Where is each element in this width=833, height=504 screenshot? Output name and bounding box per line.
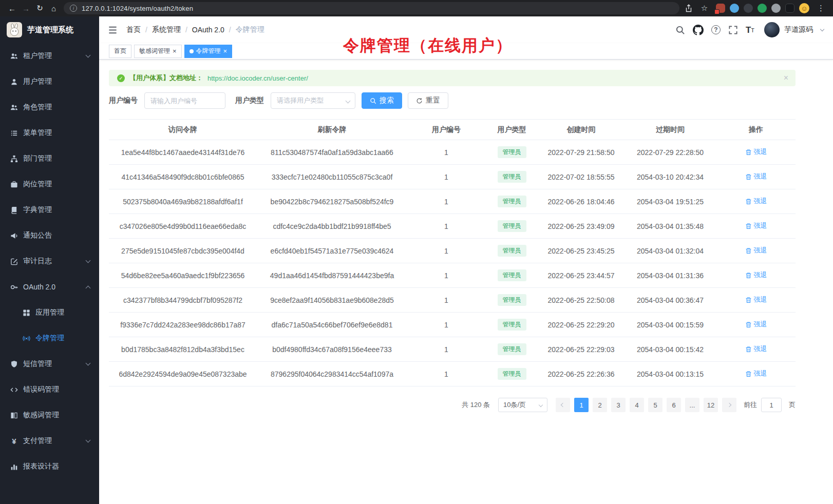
page-button-6[interactable]: 6	[667, 398, 681, 412]
page-button-5[interactable]: 5	[648, 398, 662, 412]
column-header: 访问令牌	[109, 120, 257, 140]
breadcrumb-system[interactable]: 系统管理	[152, 25, 181, 34]
expire-time-cell: 2022-07-29 22:28:50	[624, 140, 716, 165]
extension-icon-1[interactable]	[716, 4, 725, 13]
total-count: 共 120 条	[462, 400, 490, 410]
user-type-label: 用户类型	[235, 96, 264, 105]
force-logout-button[interactable]: 强退	[745, 270, 767, 280]
table-row: 502375b8040a469a9b82188afdf6af1f be90422…	[109, 189, 796, 214]
reset-button[interactable]: 重置	[408, 92, 448, 109]
page-content: ✓ 【用户体系】文档地址： https://doc.iocoder.cn/use…	[99, 60, 833, 504]
sidebar-item-menu[interactable]: 菜单管理	[0, 120, 99, 146]
extension-icon-5[interactable]	[771, 4, 781, 13]
prev-page-button[interactable]	[556, 398, 570, 412]
sidebar-item-label: 审计日志	[23, 257, 52, 266]
action-cell: 强退	[716, 337, 796, 362]
extension-icon-3[interactable]	[744, 4, 753, 13]
pagination: 共 120 条 10条/页 1 2 3 4 5 6 ... 12 前往 页	[109, 398, 796, 412]
force-logout-button[interactable]: 强退	[745, 147, 767, 157]
breadcrumb-oauth[interactable]: OAuth 2.0	[192, 26, 224, 34]
sidebar-item-payment[interactable]: ¥ 支付管理	[0, 428, 99, 454]
sidebar-item-post[interactable]: 岗位管理	[0, 171, 99, 197]
browser-menu-icon[interactable]: ⋮	[814, 2, 828, 15]
share-icon[interactable]	[685, 4, 693, 12]
rabbit-logo-icon	[7, 22, 22, 37]
sidebar-item-oauth[interactable]: OAuth 2.0	[0, 274, 99, 300]
github-icon[interactable]	[693, 25, 704, 35]
fullscreen-icon[interactable]	[728, 25, 738, 35]
force-logout-button[interactable]: 强退	[745, 344, 767, 354]
browser-back-icon[interactable]: ←	[5, 2, 19, 15]
sidebar-item-audit-log[interactable]: 审计日志	[0, 248, 99, 274]
column-header: 用户类型	[485, 120, 538, 140]
page-button-12[interactable]: 12	[704, 398, 718, 412]
browser-home-icon[interactable]: ⌂	[47, 2, 61, 15]
sidebar-item-department[interactable]: 部门管理	[0, 146, 99, 171]
delete-icon	[745, 272, 752, 279]
sidebar-item-sms[interactable]: 短信管理	[0, 351, 99, 377]
help-icon[interactable]: ?	[711, 25, 721, 34]
browser-reload-icon[interactable]: ↻	[33, 2, 47, 15]
user-id-input[interactable]	[144, 92, 225, 109]
alert-close-icon[interactable]: ×	[784, 73, 788, 83]
tab-home[interactable]: 首页	[109, 45, 131, 58]
force-logout-button[interactable]: 强退	[745, 369, 767, 378]
address-bar[interactable]: i 127.0.0.1:1024/system/oauth2/token	[64, 2, 679, 14]
page-size-select[interactable]: 10条/页	[498, 398, 547, 412]
sidebar-toggle-icon[interactable]	[108, 25, 118, 35]
search-button[interactable]: 搜索	[362, 92, 402, 109]
sidebar-item-sensitive-words[interactable]: 敏感词管理	[0, 402, 99, 428]
force-logout-button[interactable]: 强退	[745, 320, 767, 329]
sidebar-item-role[interactable]: 角色管理	[0, 94, 99, 120]
page-button-2[interactable]: 2	[593, 398, 607, 412]
browser-forward-icon[interactable]: →	[19, 2, 33, 15]
sidebar-item-user[interactable]: 用户管理	[0, 69, 99, 94]
font-size-icon[interactable]: TT	[746, 26, 754, 34]
sidebar-item-announcement[interactable]: 通知公告	[0, 223, 99, 248]
sidebar-item-tenant[interactable]: 租户管理	[0, 43, 99, 69]
user-id-cell: 1	[407, 189, 485, 214]
tab-close-icon[interactable]: ×	[173, 48, 177, 54]
site-info-icon[interactable]: i	[70, 5, 77, 12]
user-type-tag: 管理员	[498, 171, 526, 183]
tab-sensitive-words[interactable]: 敏感词管理 ×	[134, 45, 182, 58]
delete-icon	[745, 223, 752, 229]
extension-icon-4[interactable]	[758, 4, 767, 13]
user-type-select[interactable]: 请选择用户类型	[271, 92, 355, 109]
app-logo[interactable]: 芋道管理系统	[0, 16, 99, 43]
tab-label: 令牌管理	[196, 47, 221, 55]
breadcrumb-home[interactable]: 首页	[126, 25, 141, 34]
force-logout-button[interactable]: 强退	[745, 221, 767, 230]
force-logout-button[interactable]: 强退	[745, 246, 767, 255]
extension-icon-6[interactable]	[785, 4, 794, 13]
extension-icon-2[interactable]	[730, 4, 739, 13]
access-token-cell: 1ea5e44f8bc1467aaede43144f31de76	[109, 140, 257, 165]
page-button-3[interactable]: 3	[611, 398, 626, 412]
goto-page-input[interactable]	[761, 398, 782, 412]
page-ellipsis[interactable]: ...	[685, 398, 699, 412]
force-logout-button[interactable]: 强退	[745, 172, 767, 181]
sidebar-item-label: 租户管理	[23, 51, 52, 61]
expire-time-cell: 2054-03-04 00:13:15	[624, 362, 716, 386]
bookmark-star-icon[interactable]: ☆	[697, 2, 711, 15]
sidebar-item-dictionary[interactable]: 字典管理	[0, 197, 99, 223]
force-logout-button[interactable]: 强退	[745, 197, 767, 206]
sidebar-item-report-designer[interactable]: 报表设计器	[0, 454, 99, 479]
delete-icon	[745, 198, 752, 205]
search-icon[interactable]	[675, 25, 685, 35]
force-logout-button[interactable]: 强退	[745, 295, 767, 304]
breadcrumb-separator: /	[229, 26, 231, 34]
next-page-button[interactable]	[722, 398, 736, 412]
tab-close-icon[interactable]: ×	[223, 48, 228, 54]
sidebar-item-token-manage[interactable]: 令牌管理	[0, 325, 99, 351]
tab-token-manage[interactable]: 令牌管理 ×	[184, 45, 233, 58]
sidebar-item-app-manage[interactable]: 应用管理	[0, 300, 99, 325]
doc-link[interactable]: https://doc.iocoder.cn/user-center/	[207, 74, 308, 82]
browser-profile-avatar[interactable]: ☺	[799, 3, 809, 13]
page-button-1[interactable]: 1	[574, 398, 589, 412]
user-name[interactable]: 芋道源码	[784, 25, 813, 34]
created-time-cell: 2022-07-02 18:55:55	[538, 165, 624, 189]
user-avatar[interactable]	[764, 22, 780, 37]
page-button-4[interactable]: 4	[630, 398, 644, 412]
sidebar-item-error-code[interactable]: 错误码管理	[0, 377, 99, 402]
